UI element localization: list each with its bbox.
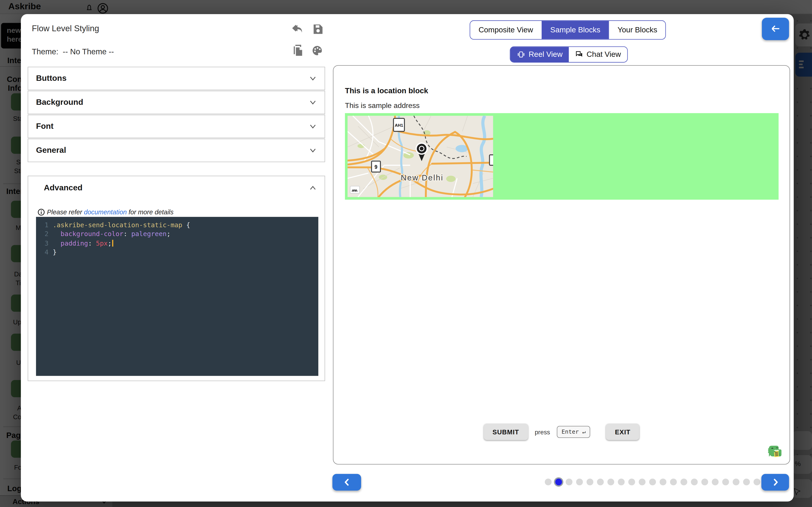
save-icon[interactable] [311,23,324,35]
carousel-icon [517,50,525,58]
exit-button[interactable]: EXIT [606,424,639,440]
info-text: for more details [126,208,173,216]
page-dot[interactable] [639,478,645,485]
accordion-buttons[interactable]: Buttons [28,66,325,90]
back-button[interactable] [762,17,789,40]
info-icon [38,208,45,216]
page-dot[interactable] [753,478,760,485]
code-line: 1.askribe-send-location-static-map { [36,220,318,229]
page-dot[interactable] [691,478,697,485]
road-shield-ah1: AH1 [394,118,404,131]
screen: Askribe new here Inte Conv Infor Stat Se… [0,0,812,507]
page-dot[interactable] [576,478,583,485]
chevron-left-icon [343,478,350,486]
road-shield-partial [489,155,493,165]
location-block: New Delhi AH1 9 [345,113,778,200]
reel-view-label: Reel View [528,50,563,58]
press-hint: press [535,428,550,436]
toggle-reel-view[interactable]: Reel View [510,47,569,62]
map-image: New Delhi AH1 9 [348,116,493,197]
svg-text:AH1: AH1 [395,123,403,128]
mascot-crocodile-icon [768,445,782,459]
chevron-down-icon [309,98,317,106]
svg-text:9: 9 [374,164,377,170]
tab-your-blocks[interactable]: Your Blocks [609,20,666,39]
page-dot[interactable] [649,478,656,485]
map-city-label: New Delhi [401,173,443,182]
map-provider-logo [350,186,360,193]
documentation-link[interactable]: documentation [84,208,127,216]
static-map[interactable]: New Delhi AH1 9 [348,116,493,197]
page-dot[interactable] [628,478,635,485]
code-editor[interactable]: 1.askribe-send-location-static-map {2 ba… [36,217,318,376]
page-dot[interactable] [607,478,614,485]
theme-row: Theme: -- No Theme -- [32,47,114,55]
tab-sample-blocks[interactable]: Sample Blocks [542,20,609,39]
arrow-left-icon [769,23,782,35]
preview-panel: This is a location block This is sample … [333,65,790,464]
code-line: 2 background-color: palegreen; [36,229,318,238]
info-text: Please refer [47,208,84,216]
accordion-label: Background [36,98,83,107]
code-line: 3 padding: 5px; [36,238,318,247]
copy-icon[interactable] [292,44,304,57]
chat-icon [575,50,583,58]
chevron-up-icon [309,184,317,192]
page-dot[interactable] [722,478,729,485]
page-dot[interactable] [618,478,624,485]
prev-page-button[interactable] [333,474,361,491]
chevron-down-icon [309,146,317,154]
page-dot[interactable] [743,478,750,485]
theme-label: Theme: [32,47,58,55]
tab-composite-view[interactable]: Composite View [470,20,541,39]
enter-key-badge: Enter ↵ [557,426,591,438]
road-shield-9: 9 [371,161,380,172]
page-dot[interactable] [545,478,551,485]
page-dot[interactable] [586,478,593,485]
page-dot[interactable] [701,478,708,485]
advanced-header[interactable]: Advanced [28,176,324,200]
page-dot-active[interactable] [555,478,562,485]
chevron-down-icon [309,74,317,82]
theme-value[interactable]: -- No Theme -- [63,47,114,55]
block-action-row: SUBMIT press Enter ↵ EXIT [334,424,790,440]
undo-icon[interactable] [292,23,305,35]
page-dot[interactable] [732,478,739,485]
page-dot[interactable] [670,478,676,485]
chevron-down-icon [309,122,317,130]
chat-view-label: Chat View [587,50,621,58]
location-block-title: This is a location block [345,87,428,95]
view-tabs: Composite View Sample Blocks Your Blocks [470,20,666,39]
next-page-button[interactable] [761,474,789,491]
accordion-general[interactable]: General [28,138,325,162]
toggle-chat-view[interactable]: Chat View [569,47,627,62]
page-dot[interactable] [597,478,604,485]
flow-level-styling-modal: Flow Level Styling Theme: -- No Theme -- [21,14,794,502]
location-block-address: This is sample address [345,101,420,110]
page-dot[interactable] [659,478,666,485]
accordion-font[interactable]: Font [28,115,325,138]
accordion-background[interactable]: Background [28,91,325,114]
submit-button[interactable]: SUBMIT [484,424,528,440]
palette-icon[interactable] [311,44,323,57]
reel-chat-toggle: Reel View Chat View [510,46,627,62]
documentation-note: Please refer documentation for more deta… [38,208,173,216]
page-dot[interactable] [712,478,718,485]
code-line: 4} [36,247,318,257]
page-dot[interactable] [680,478,687,485]
accordion-label: Buttons [36,73,67,83]
modal-title: Flow Level Styling [32,24,99,33]
accordion-label: General [36,146,66,155]
chevron-right-icon [771,478,779,486]
page-dot[interactable] [565,478,572,485]
code-lines: 1.askribe-send-location-static-map {2 ba… [36,220,318,257]
page-dots [545,478,770,485]
advanced-label: Advanced [44,183,83,192]
accordion-advanced: Advanced Please refer documentation for … [28,175,325,381]
accordion-label: Font [36,121,53,131]
